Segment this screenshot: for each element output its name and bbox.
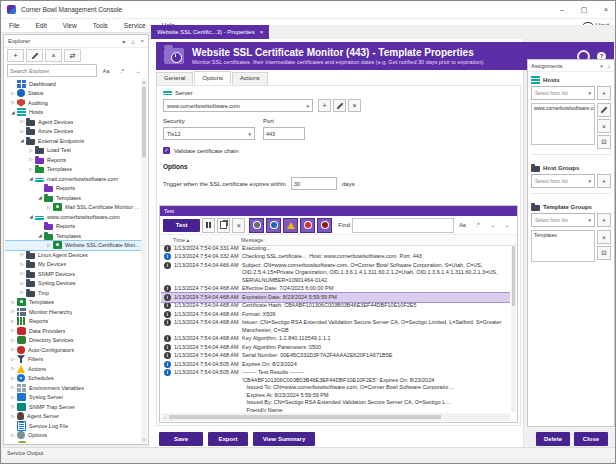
collapsed-arrow-icon[interactable]: ▷	[18, 290, 26, 295]
regex-button[interactable]: .*	[115, 64, 129, 77]
tree-item-filters[interactable]: ▷Filters	[5, 355, 141, 365]
tree-item-environment-variables[interactable]: ▷Environment Variables	[5, 383, 141, 393]
tree-item-status[interactable]: ▷Status	[5, 89, 141, 99]
menu-file[interactable]: File	[1, 22, 27, 29]
log-row[interactable]: i1/13/2024 7:54:04.468 AMExpiration Date…	[161, 293, 510, 302]
log-row[interactable]: i1/13/2024 7:54:04.468 AMKey Algorithm: …	[161, 335, 510, 344]
tree-item-reports[interactable]: Reports	[5, 184, 141, 194]
tree-item-reports[interactable]: ▷Reports	[5, 317, 141, 327]
error-filter-toggle[interactable]	[300, 218, 315, 233]
pin-icon[interactable]: ⊥	[607, 63, 611, 69]
tree-item-reports[interactable]: ▷Reports	[5, 155, 141, 165]
tree-scrollbar[interactable]: ∧ ∨	[141, 79, 147, 443]
menu-edit[interactable]: Edit	[27, 22, 54, 29]
tree-item-agent-server[interactable]: ▷Agent Server	[5, 412, 141, 422]
tree-item-www-cornerbowlsoftware-com[interactable]: ◢www.cornerbowlsoftware.com	[5, 212, 141, 222]
collapsed-arrow-icon[interactable]: ▷	[18, 252, 26, 257]
copy-button[interactable]	[217, 218, 230, 233]
template-groups-remove-button[interactable]: ×	[597, 230, 611, 244]
test-button[interactable]: Test	[163, 219, 200, 232]
scroll-left-icon[interactable]: ‹	[161, 415, 169, 420]
log-row[interactable]: i1/13/2024 7:54:04.468 AMSerial Number: …	[161, 352, 510, 361]
collapsed-arrow-icon[interactable]: ▷	[9, 385, 17, 390]
tree-item-service-log-file[interactable]: Service Log File	[5, 421, 141, 431]
tree-item-actions[interactable]: ▷Actions	[5, 364, 141, 374]
export-button[interactable]: Export	[208, 432, 248, 446]
log-row[interactable]: i1/13/2024 7:54:04.468 AMIssuer: CN=Sect…	[161, 319, 510, 335]
hosts-add-button[interactable]: +	[597, 86, 611, 100]
log-row[interactable]: i1/13/2024 7:54:04.468 AMCertificate Has…	[161, 302, 510, 311]
server-delete-button[interactable]: ×	[348, 99, 361, 112]
tree-item-templates[interactable]: ▷Templates	[5, 298, 141, 308]
tree-item-options[interactable]: ▷Options	[5, 431, 141, 441]
tree-item-my-devices[interactable]: ▷My Devices	[5, 260, 141, 270]
log-vertical-scrollbar[interactable]	[511, 244, 516, 412]
tree-item-templates[interactable]: ▷Templates	[5, 165, 141, 175]
tree-item-templates[interactable]: ◢Templates	[5, 231, 141, 241]
pin-icon[interactable]: ⊥	[130, 38, 135, 45]
scroll-thumb[interactable]	[142, 87, 146, 157]
edit-button[interactable]	[26, 49, 43, 62]
tree-item-data-providers[interactable]: ▷Data Providers	[5, 326, 141, 336]
expanded-arrow-icon[interactable]: ◢	[27, 176, 35, 181]
expanded-arrow-icon[interactable]: ◢	[36, 233, 44, 238]
host-groups-add-button[interactable]: +	[597, 174, 611, 188]
log-row[interactable]: i1/13/2024 7:54:04.468 AMKey Algorithm P…	[161, 343, 510, 352]
hosts-select[interactable]: Select from list▾	[531, 86, 595, 100]
server-combo[interactable]: www.cornerbowlsoftware.com▾	[163, 99, 313, 112]
tab-general[interactable]: General	[156, 72, 193, 85]
collapsed-arrow-icon[interactable]: ▷	[9, 300, 17, 305]
collapsed-arrow-icon[interactable]: ▷	[9, 366, 17, 371]
log-row[interactable]: i1/13/2024 7:54:04.468 AMFormat: X509	[161, 310, 510, 319]
expanded-arrow-icon[interactable]: ◢	[36, 195, 44, 200]
close-button[interactable]: ×	[595, 1, 616, 19]
scroll-down-icon[interactable]: ∨	[141, 436, 147, 443]
minimize-button[interactable]: –	[551, 1, 573, 19]
scroll-thumb[interactable]	[512, 246, 515, 306]
document-tab[interactable]: Website SSL Certific...3) - Properties ×	[151, 25, 269, 39]
expanded-arrow-icon[interactable]: ◢	[27, 214, 35, 219]
tree-item-snmp-trap-server[interactable]: ▷SNMP Trap Server	[5, 402, 141, 412]
menu-tools[interactable]: Tools	[85, 22, 116, 29]
list-item[interactable]: www.cornerbowlsoftware.com	[534, 105, 595, 111]
hosts-edit-button[interactable]	[597, 103, 611, 117]
trigger-days-input[interactable]	[291, 177, 337, 190]
collapsed-arrow-icon[interactable]: ▷	[9, 357, 17, 362]
collapsed-arrow-icon[interactable]: ▷	[18, 129, 26, 134]
log-row[interactable]: i1/13/2024 7:54:04.332 AMChecking SSL ce…	[161, 253, 510, 262]
find-input[interactable]	[352, 218, 454, 233]
menu-view[interactable]: View	[55, 22, 85, 29]
tree-item-dashboard[interactable]: Dashboard	[5, 79, 141, 89]
critical-filter-toggle[interactable]	[317, 218, 332, 233]
collapsed-arrow-icon[interactable]: ▷	[9, 319, 17, 324]
tree-item-monitor-hierarchy[interactable]: ▷Monitor Hierarchy	[5, 307, 141, 317]
message-column-header[interactable]: Message	[241, 237, 263, 243]
warning-filter-toggle[interactable]	[283, 218, 298, 233]
collapsed-arrow-icon[interactable]: ▷	[9, 100, 17, 105]
security-combo[interactable]: Tls12▾	[163, 127, 255, 140]
close-panel-icon[interactable]: ×	[140, 38, 144, 45]
view-summary-button[interactable]: View Summary	[253, 432, 315, 446]
tree-item-load-test[interactable]: ▷Load Test	[5, 146, 141, 156]
collapsed-arrow-icon[interactable]: ▷	[18, 281, 26, 286]
collapsed-arrow-icon[interactable]: ▷	[9, 347, 17, 352]
log-row[interactable]: i1/13/2024 7:54:04.331 AMExecuting...	[161, 244, 510, 253]
hosts-list[interactable]: www.cornerbowlsoftware.com	[531, 103, 595, 145]
find-regex-button[interactable]: .*	[471, 219, 484, 232]
save-button[interactable]: Save	[159, 432, 203, 446]
collapsed-arrow-icon[interactable]: ▷	[9, 328, 17, 333]
collapsed-arrow-icon[interactable]: ▷	[9, 404, 17, 409]
tree-item-syslog-server[interactable]: ▷Syslog Server	[5, 393, 141, 403]
template-groups-select[interactable]: Select from list▾	[531, 213, 595, 227]
tree-item-templates[interactable]: ◢Templates	[5, 193, 141, 203]
tree-item-license[interactable]: ▷License	[5, 440, 141, 443]
move-button[interactable]: ⇄	[64, 49, 81, 62]
find-match-case-button[interactable]: Aa	[456, 219, 469, 232]
tab-options[interactable]: Options	[194, 71, 231, 84]
log-row[interactable]: i1/13/2024 7:54:04.468 AMEffective Date:…	[161, 285, 510, 294]
collapsed-arrow-icon[interactable]: ▷	[45, 243, 53, 248]
expanded-arrow-icon[interactable]: ◢	[9, 110, 17, 115]
search-go-button[interactable]: →	[131, 64, 145, 77]
collapsed-arrow-icon[interactable]: ▷	[18, 119, 26, 124]
collapsed-arrow-icon[interactable]: ▷	[9, 414, 17, 419]
